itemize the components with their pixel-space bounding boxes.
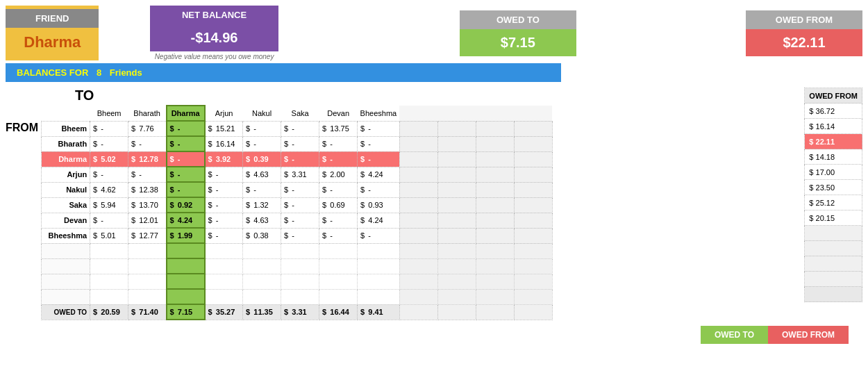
cell: $ 4.24 bbox=[358, 167, 400, 182]
cell: $ 1.99 bbox=[167, 228, 205, 243]
owed-from-table: OWED FROM $ 36.72$ 16.14$ 22.11$ 14.18$ … bbox=[804, 88, 862, 302]
cell: $ 4.63 bbox=[243, 167, 281, 182]
cell bbox=[437, 121, 476, 136]
cell: $ 12.38 bbox=[128, 182, 167, 197]
row-name-devan: Devan bbox=[42, 213, 90, 228]
friend-label: FRIEND bbox=[6, 9, 99, 28]
cell: $ 12.78 bbox=[128, 151, 167, 167]
cell: $ - bbox=[167, 151, 205, 167]
cell bbox=[514, 167, 552, 182]
cell bbox=[514, 213, 552, 228]
to-label: TO bbox=[75, 88, 799, 104]
owed-to-value: $7.15 bbox=[460, 29, 576, 56]
balances-unit: Friends bbox=[110, 67, 142, 78]
cell bbox=[476, 121, 514, 136]
cell: $ - bbox=[205, 213, 243, 228]
net-balance-value: -$14.96 bbox=[150, 24, 278, 51]
cell: $ - bbox=[243, 136, 281, 151]
cell: $ 0.93 bbox=[358, 197, 400, 213]
balances-text: BALANCES FOR bbox=[17, 67, 88, 78]
owed-from-cell: $ 36.72 bbox=[805, 104, 862, 119]
cell: $ - bbox=[167, 136, 205, 151]
friend-name: Dharma bbox=[6, 28, 99, 57]
cell: $ 0.39 bbox=[243, 151, 281, 167]
cell: $ 4.24 bbox=[167, 213, 205, 228]
cell bbox=[399, 151, 437, 167]
cell bbox=[476, 167, 514, 182]
legend-owed-to: OWED TO bbox=[701, 326, 768, 344]
cell: $ - bbox=[281, 228, 319, 243]
cell bbox=[514, 182, 552, 197]
cell: $ - bbox=[243, 182, 281, 197]
cell: $ - bbox=[205, 167, 243, 182]
legend-owed-from: OWED FROM bbox=[768, 326, 849, 344]
cell: $ 1.32 bbox=[243, 197, 281, 213]
cell: $ 5.01 bbox=[90, 228, 128, 243]
bottom-legend: OWED TO OWED FROM bbox=[6, 326, 862, 344]
cell: $ - bbox=[205, 182, 243, 197]
cell: $ - bbox=[358, 121, 400, 136]
cell: $ 12.01 bbox=[128, 213, 167, 228]
cell bbox=[399, 167, 437, 182]
cell: $ 0.92 bbox=[167, 197, 205, 213]
cell bbox=[437, 228, 476, 243]
cell: $ - bbox=[167, 182, 205, 197]
row-name-bheem: Bheem bbox=[42, 121, 90, 136]
cell bbox=[514, 136, 552, 151]
cell: $ 3.31 bbox=[281, 167, 319, 182]
cell bbox=[437, 167, 476, 182]
cell bbox=[437, 213, 476, 228]
row-name-bharath: Bharath bbox=[42, 136, 90, 151]
owed-from-label: OWED FROM bbox=[746, 10, 862, 29]
cell: $ - bbox=[281, 136, 319, 151]
cell: $ - bbox=[358, 136, 400, 151]
cell bbox=[514, 151, 552, 167]
row-name-saka: Saka bbox=[42, 197, 90, 213]
row-name-nakul: Nakul bbox=[42, 182, 90, 197]
cell: $ - bbox=[205, 197, 243, 213]
owed-from-cell: $ 23.50 bbox=[805, 180, 862, 195]
owed-from-cell: $ 14.18 bbox=[805, 149, 862, 165]
cell bbox=[476, 136, 514, 151]
cell: $ - bbox=[319, 182, 358, 197]
cell bbox=[514, 121, 552, 136]
owed-from-cell: $ 20.15 bbox=[805, 210, 862, 226]
cell bbox=[437, 151, 476, 167]
cell: $ - bbox=[90, 136, 128, 151]
cell: $ - bbox=[358, 151, 400, 167]
cell bbox=[476, 151, 514, 167]
cell bbox=[399, 136, 437, 151]
cell: $ 12.77 bbox=[128, 228, 167, 243]
cell: $ - bbox=[128, 136, 167, 151]
cell bbox=[476, 228, 514, 243]
cell: $ - bbox=[90, 213, 128, 228]
owed-from-cell: $ 22.11 bbox=[805, 134, 862, 149]
cell: $ - bbox=[319, 228, 358, 243]
cell: $ 0.69 bbox=[319, 197, 358, 213]
balance-table: BheemBharathDharmaArjunNakulSakaDevanBhe… bbox=[41, 105, 591, 320]
cell bbox=[437, 136, 476, 151]
cell: $ 2.00 bbox=[319, 167, 358, 182]
row-name-bheeshma: Bheeshma bbox=[42, 228, 90, 243]
cell bbox=[514, 197, 552, 213]
cell: $ 13.75 bbox=[319, 121, 358, 136]
cell bbox=[514, 228, 552, 243]
cell bbox=[399, 182, 437, 197]
row-name-arjun: Arjun bbox=[42, 167, 90, 182]
cell bbox=[476, 182, 514, 197]
cell bbox=[399, 228, 437, 243]
cell: $ 5.94 bbox=[90, 197, 128, 213]
balances-count: 8 bbox=[97, 67, 101, 78]
cell bbox=[476, 213, 514, 228]
cell: $ - bbox=[281, 151, 319, 167]
cell: $ 5.02 bbox=[90, 151, 128, 167]
net-balance-note: Negative value means you owe money bbox=[155, 53, 274, 60]
cell: $ - bbox=[319, 136, 358, 151]
owed-from-cell: $ 17.00 bbox=[805, 165, 862, 180]
owed-from-table-header: OWED FROM bbox=[805, 88, 862, 104]
cell: $ - bbox=[281, 121, 319, 136]
row-name-dharma: Dharma bbox=[42, 151, 90, 167]
cell: $ - bbox=[167, 121, 205, 136]
cell: $ 4.62 bbox=[90, 182, 128, 197]
owed-from-cell: $ 25.12 bbox=[805, 195, 862, 210]
